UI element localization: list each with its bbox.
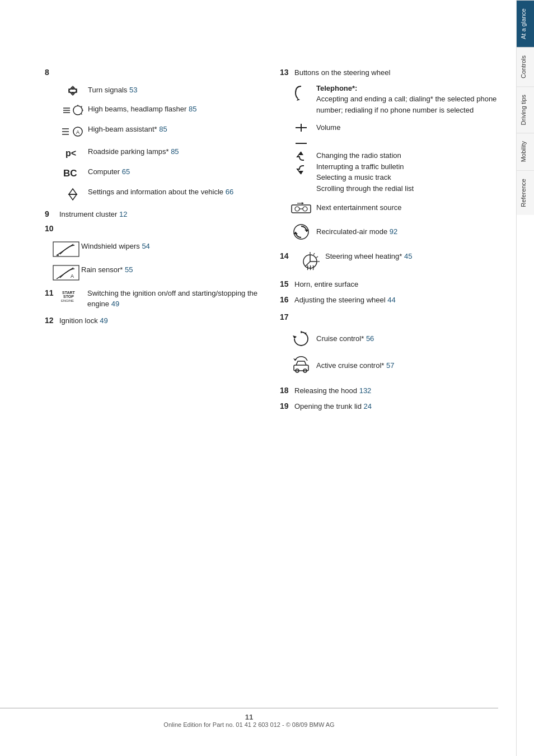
next-source-text: Next entertainment source <box>316 202 499 213</box>
parking-lamps-icon: p< <box>57 146 88 160</box>
turn-signal-page[interactable]: 53 <box>129 86 137 94</box>
item-12-page[interactable]: 49 <box>100 316 107 325</box>
left-column: 8 Turn signals <box>45 67 280 416</box>
side-tabs: At a glance Controls Driving tips Mobili… <box>516 0 534 756</box>
sub-item-cruise-control: Cruise control* 56 <box>285 329 499 348</box>
sub-item-high-beam-assistant: A High-beam assistant* 85 <box>57 124 269 139</box>
recirculated-air-icon <box>285 222 316 242</box>
svg-marker-18 <box>69 194 77 200</box>
svg-text:ENGINE: ENGINE <box>61 299 74 302</box>
two-col-layout: 8 Turn signals <box>45 67 499 416</box>
parking-lamps-page[interactable]: 85 <box>171 147 179 156</box>
item-12-text: Ignition lock 49 <box>59 315 269 326</box>
svg-marker-17 <box>69 189 77 194</box>
steering-wheel-heating-icon <box>294 251 325 272</box>
sub-item-parking-lamps: p< Roadside parking lamps* 85 <box>57 146 269 160</box>
item-17-number: 17 <box>280 312 292 321</box>
main-content: 8 Turn signals <box>0 0 516 756</box>
cruise-control-page[interactable]: 56 <box>366 334 374 343</box>
item-18-number: 18 <box>280 385 292 395</box>
footer-text: Online Edition for Part no. 01 41 2 603 … <box>163 721 334 728</box>
item-19-number: 19 <box>280 401 292 410</box>
item-15-number: 15 <box>280 279 292 288</box>
sub-item-next-source: Next entertainment source <box>285 200 499 215</box>
page-number: 11 <box>245 713 253 721</box>
svg-marker-50 <box>293 335 297 339</box>
tab-mobility[interactable]: Mobility <box>517 133 535 170</box>
sub-item-volume-minus <box>285 140 499 147</box>
item-9-page[interactable]: 12 <box>119 210 127 218</box>
high-beam-assistant-page[interactable]: 85 <box>159 125 167 133</box>
windshield-wipers-icon <box>50 241 81 258</box>
item-16-number: 16 <box>280 295 292 304</box>
active-cruise-icon <box>285 355 316 376</box>
item-17-block: 17 <box>280 312 499 376</box>
item-14-number: 14 <box>280 251 292 260</box>
item-19-row: 19 Opening the trunk lid 24 <box>280 401 499 412</box>
high-beams-page[interactable]: 85 <box>189 105 196 113</box>
item-15-text: Horn, entire surface <box>294 279 499 290</box>
item-18-page[interactable]: 132 <box>359 386 372 395</box>
item-16-page[interactable]: 44 <box>387 296 395 304</box>
sub-item-recirculated-air: Recirculated-air mode 92 <box>285 222 499 242</box>
recirculated-air-page[interactable]: 92 <box>390 227 397 236</box>
item-8-block: 8 Turn signals <box>45 67 269 202</box>
rain-sensor-page[interactable]: 55 <box>125 265 133 274</box>
rain-sensor-text: Rain sensor* 55 <box>81 264 269 276</box>
item-9-number: 9 <box>45 209 57 218</box>
volume-text: Volume <box>316 122 499 133</box>
tab-controls[interactable]: Controls <box>517 47 535 86</box>
start-stop-icon: START STOP ENGINE <box>59 288 87 304</box>
sub-item-computer: BC Computer 65 <box>57 166 269 180</box>
item-19-page[interactable]: 24 <box>364 402 372 410</box>
sub-item-high-beams: High beams, headlamp flasher 85 <box>57 104 269 117</box>
computer-page[interactable]: 65 <box>122 167 130 176</box>
item-13-header: 13 Buttons on the steering wheel <box>280 67 499 78</box>
recirculated-air-text: Recirculated-air mode 92 <box>316 226 499 237</box>
settings-page[interactable]: 66 <box>226 188 233 196</box>
active-cruise-page[interactable]: 57 <box>386 361 394 370</box>
tab-at-a-glance[interactable]: At a glance <box>517 0 535 47</box>
tab-driving-tips[interactable]: Driving tips <box>517 86 535 133</box>
svg-point-5 <box>73 106 82 115</box>
svg-marker-1 <box>69 87 77 95</box>
item-11-number: 11 <box>45 288 57 297</box>
settings-arrows-icon <box>57 186 88 202</box>
svg-text:p<: p< <box>65 148 76 158</box>
item-13-header-text: Buttons on the steering wheel <box>294 67 499 78</box>
svg-marker-0 <box>69 87 77 95</box>
high-beams-text: High beams, headlamp flasher 85 <box>88 104 269 115</box>
item-9-text: Instrument cluster 12 <box>59 209 269 220</box>
high-beam-assistant-text: High-beam assistant* 85 <box>88 124 269 135</box>
item-18-text: Releasing the hood 132 <box>294 385 499 396</box>
volume-plus-icon <box>285 122 316 133</box>
page-container: 8 Turn signals <box>0 0 534 756</box>
item-14-page[interactable]: 45 <box>404 252 412 260</box>
item-16-row: 16 Adjusting the steering wheel 44 <box>280 295 499 306</box>
tab-reference[interactable]: Reference <box>517 170 535 215</box>
sub-item-telephone: Telephone*: Accepting and ending a call;… <box>285 83 499 116</box>
volume-minus-icon <box>285 140 316 147</box>
sub-item-track-control: Changing the radio station Interrupting … <box>285 150 499 194</box>
cruise-control-text: Cruise control* 56 <box>316 333 499 344</box>
computer-icon: BC <box>57 166 88 180</box>
item-15-row: 15 Horn, entire surface <box>280 279 499 290</box>
svg-text:START: START <box>62 291 76 295</box>
item-18-row: 18 Releasing the hood 132 <box>280 385 499 396</box>
item-8-number: 8 <box>45 67 57 77</box>
item-11-page[interactable]: 49 <box>111 300 119 308</box>
windshield-wipers-page[interactable]: 54 <box>142 242 149 250</box>
svg-line-9 <box>81 114 82 115</box>
computer-text: Computer 65 <box>88 166 269 178</box>
svg-text:STOP: STOP <box>63 295 74 298</box>
high-beam-assistant-icon: A <box>57 124 88 139</box>
item-9-row: 9 Instrument cluster 12 <box>45 209 269 220</box>
active-cruise-text: Active cruise control* 57 <box>316 360 499 371</box>
high-beams-icon <box>57 104 88 117</box>
svg-line-7 <box>81 106 82 108</box>
cruise-control-icon <box>285 329 316 348</box>
track-updown-icon <box>285 150 316 176</box>
item-11-text: Switching the ignition on/off and starti… <box>87 288 269 310</box>
item-13-block: 13 Buttons on the steering wheel Tele <box>280 67 499 242</box>
turn-signal-icon <box>57 85 88 97</box>
